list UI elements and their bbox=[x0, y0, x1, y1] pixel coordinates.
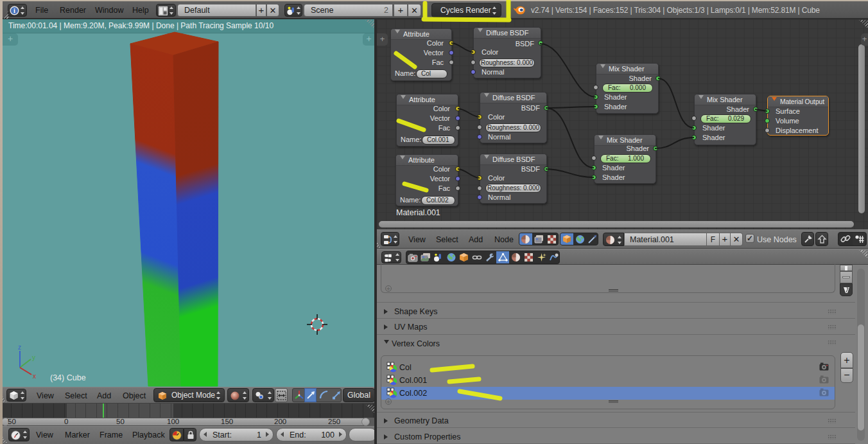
svg-text:y: y bbox=[32, 354, 35, 361]
svg-text:x: x bbox=[33, 373, 36, 380]
svg-text:z: z bbox=[18, 344, 21, 351]
svg-text:i: i bbox=[13, 7, 15, 14]
